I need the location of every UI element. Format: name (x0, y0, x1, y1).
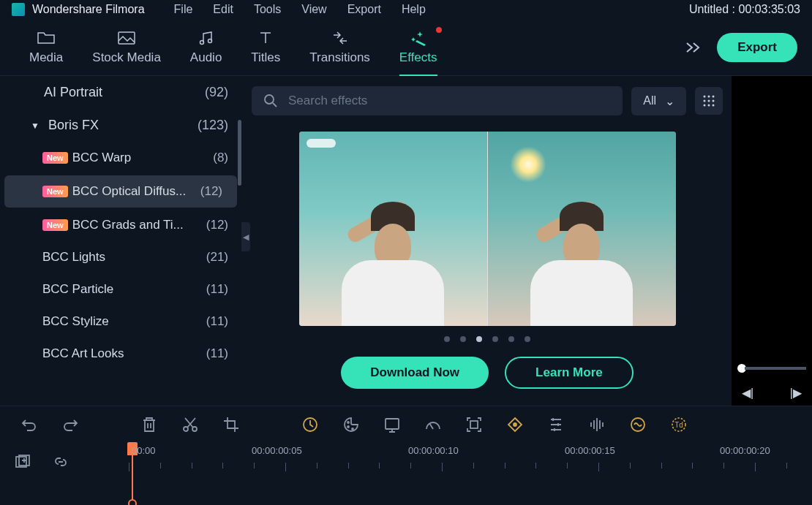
sidebar-item-bcc-optical-diffusion[interactable]: NewBCC Optical Diffus... (12) (4, 175, 237, 208)
motion-track-button[interactable] (465, 416, 483, 433)
tab-audio[interactable]: Audio (176, 30, 236, 65)
svg-point-21 (514, 423, 516, 426)
timeline-track[interactable]: 00:00 00:00:00:05 00:00:00:10 00:00:00:1… (124, 442, 812, 505)
carousel-dot-4[interactable] (492, 336, 498, 342)
svg-point-12 (713, 105, 715, 107)
svg-point-1 (200, 40, 203, 44)
tab-transitions[interactable]: Transitions (295, 30, 385, 65)
tab-transitions-label: Transitions (309, 50, 370, 65)
svg-point-16 (347, 422, 349, 423)
collapse-sidebar-handle[interactable]: ◀ (241, 222, 250, 251)
learn-more-button[interactable]: Learn More (505, 357, 634, 389)
sidebar-item-boris-fx[interactable]: ▼Boris FX (123) (0, 109, 243, 142)
adjust-button[interactable] (547, 416, 565, 433)
audio-adjust-button[interactable] (588, 416, 606, 433)
wand-icon (409, 30, 428, 46)
tab-stock-media[interactable]: Stock Media (78, 30, 176, 65)
menu-file[interactable]: File (174, 3, 193, 16)
svg-point-11 (708, 105, 710, 107)
export-button[interactable]: Export (717, 33, 797, 62)
preview-controls: ◀| |▶ (732, 377, 812, 406)
carousel-dot-5[interactable] (508, 336, 514, 342)
search-input[interactable] (288, 94, 611, 108)
app-title: Wondershare Filmora (32, 3, 145, 16)
sidebar-item-bcc-particle[interactable]: BCC Particle (11) (0, 273, 243, 305)
menu-export[interactable]: Export (347, 3, 381, 16)
time-label: 00:00 (132, 445, 156, 456)
video-preview[interactable] (732, 76, 812, 360)
carousel-dots (252, 336, 723, 342)
timeline: 00:00 00:00:00:05 00:00:00:10 00:00:00:1… (0, 442, 812, 505)
color-button[interactable] (342, 416, 360, 433)
svg-point-3 (265, 95, 274, 104)
sidebar-scrollbar[interactable] (238, 120, 241, 186)
sidebar-item-bcc-lights[interactable]: BCC Lights (21) (0, 241, 243, 273)
timeline-ticks (124, 463, 812, 471)
svg-rect-19 (386, 419, 399, 429)
undo-button[interactable] (20, 416, 38, 433)
tab-media[interactable]: Media (15, 30, 78, 65)
time-label: 00:00:00:20 (720, 445, 770, 456)
time-label: 00:00:00:15 (565, 445, 615, 456)
keyframe-button[interactable] (506, 416, 524, 433)
carousel-dot-3[interactable] (476, 336, 482, 342)
carousel-dot-6[interactable] (525, 336, 530, 342)
sidebar-item-ai-portrait[interactable]: AI Portrait (92) (0, 76, 243, 109)
speed-ramp-button[interactable] (424, 416, 442, 433)
preview-after (488, 132, 676, 326)
delete-button[interactable] (140, 416, 158, 433)
main-toolbar: Media Stock Media Audio Titles Transitio… (0, 19, 812, 76)
cta-row: Download Now Learn More (252, 357, 723, 389)
add-track-button[interactable] (15, 454, 31, 470)
svg-point-5 (708, 96, 710, 98)
green-screen-button[interactable] (383, 416, 401, 433)
sidebar-item-bcc-warp[interactable]: NewBCC Warp (8) (0, 142, 243, 174)
svg-point-8 (708, 100, 710, 102)
sidebar-item-bcc-stylize[interactable]: BCC Stylize (11) (0, 305, 243, 338)
effect-preview-card (299, 132, 676, 326)
time-label: 00:00:00:10 (408, 445, 459, 456)
tab-titles[interactable]: Titles (236, 30, 295, 65)
sidebar-item-bcc-grads-tints[interactable]: NewBCC Grads and Ti... (12) (0, 209, 243, 241)
video-preview-panel: ◀| |▶ (732, 76, 812, 406)
timeline-tools: Td (0, 406, 812, 442)
preview-scrubber[interactable] (732, 360, 812, 377)
prev-frame-button[interactable]: ◀| (742, 386, 753, 400)
new-badge: New (42, 152, 68, 164)
speed-button[interactable] (301, 416, 319, 433)
carousel-dot-2[interactable] (460, 336, 466, 342)
more-tabs-button[interactable] (670, 41, 717, 54)
audio-sync-button[interactable] (629, 416, 647, 433)
music-icon (197, 30, 216, 46)
effects-content-panel: ◀ All ⌄ (243, 76, 732, 406)
svg-point-6 (713, 96, 715, 98)
svg-rect-20 (470, 421, 478, 428)
svg-point-2 (208, 39, 211, 42)
menu-view[interactable]: View (301, 3, 326, 16)
svg-point-7 (704, 100, 706, 102)
tab-stock-media-label: Stock Media (92, 50, 161, 65)
svg-point-4 (704, 96, 706, 98)
download-now-button[interactable]: Download Now (341, 357, 489, 389)
search-box[interactable] (252, 86, 623, 115)
menu-edit[interactable]: Edit (213, 3, 233, 16)
chevron-down-icon: ⌄ (665, 94, 674, 108)
title-bar: Wondershare Filmora File Edit Tools View… (0, 0, 812, 19)
redo-button[interactable] (61, 416, 79, 433)
grid-view-button[interactable] (695, 87, 723, 115)
svg-point-9 (713, 100, 715, 102)
cut-button[interactable] (181, 416, 199, 433)
sidebar-item-bcc-art-looks[interactable]: BCC Art Looks (11) (0, 338, 243, 370)
tab-effects[interactable]: Effects (385, 30, 452, 65)
link-button[interactable] (53, 454, 69, 470)
menu-help[interactable]: Help (402, 3, 426, 16)
menu-bar: File Edit Tools View Export Help (174, 3, 426, 16)
text-detect-button[interactable]: Td (670, 416, 688, 433)
play-button[interactable]: |▶ (790, 386, 802, 400)
filter-dropdown[interactable]: All ⌄ (631, 87, 686, 115)
app-logo-icon (12, 3, 25, 16)
carousel-dot-1[interactable] (444, 336, 450, 342)
menu-tools[interactable]: Tools (254, 3, 281, 16)
search-row: All ⌄ (252, 76, 723, 126)
crop-button[interactable] (222, 416, 240, 433)
